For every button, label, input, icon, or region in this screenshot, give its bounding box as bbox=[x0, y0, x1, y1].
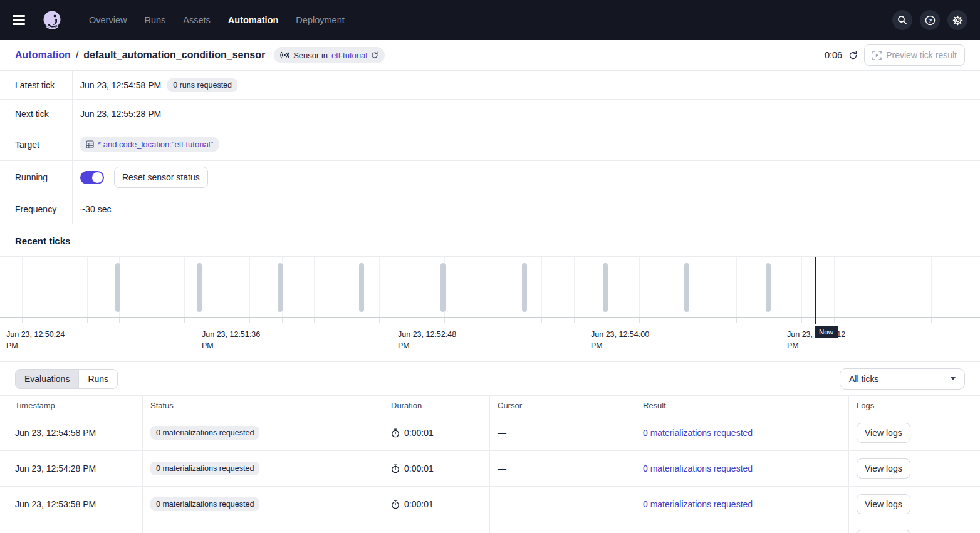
nav-item-deployment[interactable]: Deployment bbox=[296, 15, 344, 25]
cell-result: 0 materializations requested bbox=[635, 487, 849, 522]
cell-status: 0 materializations requested bbox=[143, 487, 383, 522]
cell-status: 0 materializations requested bbox=[143, 415, 383, 450]
nav-item-runs[interactable]: Runs bbox=[144, 15, 165, 25]
tab-evaluations[interactable]: Evaluations bbox=[16, 370, 78, 388]
view-logs-button[interactable]: View logs bbox=[857, 458, 910, 479]
target-row: Target * and code_location:"etl-tutorial… bbox=[0, 128, 980, 161]
search-icon[interactable] bbox=[892, 10, 912, 30]
timeline-gridline bbox=[541, 257, 542, 317]
axis-tick-mark bbox=[736, 318, 737, 323]
timeline-axis-labels: Jun 23, 12:50:24 PMJun 23, 12:51:36 PMJu… bbox=[0, 324, 980, 354]
reload-location-icon[interactable] bbox=[371, 51, 378, 59]
evaluations-table: TimestampStatusDurationCursorResultLogs … bbox=[0, 395, 980, 533]
timeline-gridline bbox=[477, 257, 477, 317]
frequency-value: ~30 sec bbox=[80, 204, 111, 214]
cell-timestamp: Jun 23, 12:53:58 PM bbox=[0, 487, 143, 522]
timeline-gridline bbox=[867, 257, 867, 317]
result-link[interactable]: 0 materializations requested bbox=[643, 499, 753, 509]
view-logs-button[interactable]: View logs bbox=[857, 423, 910, 443]
axis-tick-mark bbox=[931, 318, 932, 323]
next-tick-time: Jun 23, 12:55:28 PM bbox=[80, 109, 161, 119]
target-selection-link[interactable]: * and code_location:"etl-tutorial" bbox=[98, 140, 213, 149]
cell-status: 0 materializations requested bbox=[143, 451, 383, 486]
axis-tick-mark bbox=[249, 318, 250, 323]
nav-item-automation[interactable]: Automation bbox=[228, 15, 279, 25]
tab-runs[interactable]: Runs bbox=[78, 370, 117, 388]
help-icon[interactable]: ? bbox=[920, 10, 940, 30]
view-logs-button[interactable]: View logs bbox=[857, 530, 910, 533]
tick-bar[interactable] bbox=[197, 263, 202, 312]
cell-logs: View logs bbox=[849, 451, 980, 486]
axis-tick-mark bbox=[801, 318, 802, 323]
tick-bar[interactable] bbox=[115, 263, 120, 312]
preview-icon bbox=[872, 51, 882, 60]
axis-tick-mark bbox=[55, 318, 55, 323]
tick-bar[interactable] bbox=[766, 263, 771, 312]
cell-result: 0 materializations requested bbox=[635, 451, 849, 486]
settings-gear-icon[interactable] bbox=[947, 10, 967, 30]
timeline-gridline bbox=[834, 257, 835, 317]
next-tick-label: Next tick bbox=[0, 100, 73, 128]
breadcrumb-automation-link[interactable]: Automation bbox=[15, 49, 71, 61]
tick-bar[interactable] bbox=[359, 263, 364, 312]
timeline-gridline bbox=[574, 257, 575, 317]
timeline-gridline bbox=[347, 257, 347, 317]
axis-tick-mark bbox=[899, 318, 899, 323]
tick-filter-select[interactable]: All ticks bbox=[840, 368, 965, 390]
running-row: Running Reset sensor status bbox=[0, 161, 980, 194]
target-label: Target bbox=[0, 128, 73, 160]
axis-tick-mark bbox=[672, 318, 672, 323]
evaluation-row: Jun 23, 12:53:28 PM0 materializations re… bbox=[0, 522, 980, 533]
timeline-axis-label: Jun 23, 12:51:36 PM bbox=[202, 329, 264, 351]
view-mode-segmented-control: Evaluations Runs bbox=[15, 369, 118, 389]
reset-sensor-status-button[interactable]: Reset sensor status bbox=[114, 167, 208, 188]
tick-bar[interactable] bbox=[278, 263, 283, 312]
axis-tick-mark bbox=[541, 318, 542, 323]
timeline-gridline bbox=[379, 257, 380, 317]
asset-table-icon bbox=[86, 140, 94, 148]
running-toggle[interactable] bbox=[80, 171, 104, 184]
cell-timestamp: Jun 23, 12:53:28 PM bbox=[0, 522, 143, 533]
axis-tick-mark bbox=[347, 318, 347, 323]
chevron-down-icon bbox=[951, 377, 956, 380]
ticks-timeline-chart[interactable] bbox=[0, 256, 980, 318]
status-badge: 0 materializations requested bbox=[150, 426, 259, 440]
result-link[interactable]: 0 materializations requested bbox=[643, 463, 753, 473]
nav-item-assets[interactable]: Assets bbox=[183, 15, 211, 25]
nav-item-overview[interactable]: Overview bbox=[89, 15, 127, 25]
dagster-logo-icon[interactable] bbox=[40, 8, 64, 32]
axis-tick-mark bbox=[867, 318, 867, 323]
timeline-gridline bbox=[217, 257, 217, 317]
page-header: Automation / default_automation_conditio… bbox=[0, 40, 980, 71]
cell-cursor: — bbox=[490, 487, 635, 522]
target-selection-pill[interactable]: * and code_location:"etl-tutorial" bbox=[80, 137, 219, 152]
result-link[interactable]: 0 materializations requested bbox=[643, 428, 753, 438]
axis-tick-mark bbox=[574, 318, 575, 323]
preview-tick-result-button[interactable]: Preview tick result bbox=[864, 44, 965, 66]
axis-tick-mark bbox=[639, 318, 640, 323]
status-badge: 0 materializations requested bbox=[150, 497, 259, 511]
menu-icon[interactable] bbox=[13, 13, 28, 28]
sensor-icon bbox=[280, 51, 289, 59]
tick-bar[interactable] bbox=[603, 263, 608, 312]
top-nav: OverviewRunsAssetsAutomationDeployment ? bbox=[0, 0, 980, 40]
tick-bar[interactable] bbox=[440, 263, 446, 312]
axis-tick-mark bbox=[834, 318, 835, 323]
cell-logs: View logs bbox=[849, 415, 980, 450]
tick-bar[interactable] bbox=[684, 263, 689, 312]
axis-tick-mark bbox=[314, 318, 315, 323]
timeline-gridline bbox=[931, 257, 932, 317]
timeline-gridline bbox=[801, 257, 802, 317]
axis-tick-mark bbox=[87, 318, 88, 323]
cell-result: 0 materializations requested bbox=[635, 415, 849, 450]
view-logs-button[interactable]: View logs bbox=[857, 494, 910, 514]
timeline-gridline bbox=[899, 257, 899, 317]
column-header-duration: Duration bbox=[383, 396, 490, 415]
timeline-gridline bbox=[152, 257, 152, 317]
refresh-icon[interactable] bbox=[848, 51, 858, 60]
sensor-details: Latest tick Jun 23, 12:54:58 PM 0 runs r… bbox=[0, 71, 980, 224]
tick-bar[interactable] bbox=[522, 263, 527, 312]
code-location-link[interactable]: etl-tutorial bbox=[331, 51, 367, 60]
running-label: Running bbox=[0, 161, 73, 194]
stopwatch-icon bbox=[391, 500, 400, 509]
